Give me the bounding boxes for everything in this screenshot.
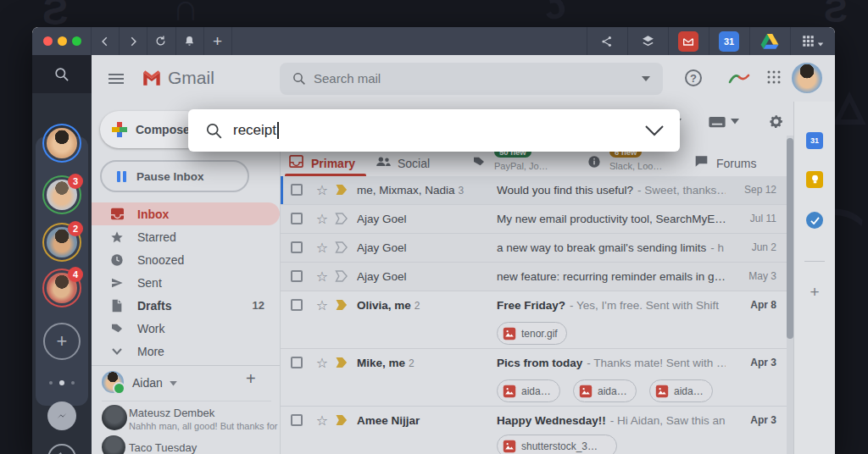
account-avatar[interactable]: 4 bbox=[42, 269, 81, 307]
hangouts-user-name[interactable]: Aidan bbox=[132, 376, 163, 390]
contact-name[interactable]: Taco Tuesday bbox=[129, 441, 197, 454]
search-icon bbox=[53, 66, 70, 83]
input-tools-keyboard-icon[interactable] bbox=[708, 116, 726, 128]
account-avatar[interactable]: 2 bbox=[42, 223, 81, 262]
row-checkbox[interactable] bbox=[291, 184, 303, 196]
drive-app-tab[interactable] bbox=[749, 27, 790, 55]
search-options-chevron-icon[interactable] bbox=[641, 75, 651, 82]
attachment-chip[interactable]: shutterstock_3… bbox=[497, 435, 617, 454]
layers-button[interactable] bbox=[627, 27, 668, 55]
list-scrollbar-thumb[interactable] bbox=[787, 138, 793, 339]
new-conversation-button[interactable]: + bbox=[246, 369, 256, 389]
side-panel-keep-button[interactable] bbox=[806, 171, 823, 188]
whatsapp-app-button[interactable] bbox=[47, 444, 76, 454]
account-avatar[interactable]: 3 bbox=[42, 175, 81, 214]
importance-marker-icon[interactable] bbox=[335, 184, 349, 196]
settings-gear-icon[interactable] bbox=[768, 114, 784, 130]
chevron-down-icon[interactable] bbox=[170, 381, 177, 386]
star-icon[interactable]: ☆ bbox=[313, 349, 331, 377]
profile-avatar[interactable] bbox=[792, 63, 822, 93]
google-apps-grid-icon[interactable] bbox=[766, 69, 782, 85]
importance-marker-icon[interactable] bbox=[335, 270, 349, 282]
importance-marker-icon[interactable] bbox=[335, 299, 349, 311]
page-dot bbox=[49, 381, 53, 385]
row-checkbox[interactable] bbox=[291, 270, 303, 282]
gmail-search-bar[interactable]: Search mail bbox=[280, 63, 663, 95]
row-checkbox[interactable] bbox=[291, 357, 303, 368]
forward-button[interactable] bbox=[119, 27, 147, 55]
star-icon[interactable]: ☆ bbox=[313, 407, 331, 435]
back-button[interactable] bbox=[91, 27, 119, 55]
email-row[interactable]: ☆ Ajay Goel a new way to break gmail's s… bbox=[281, 234, 787, 263]
sidebar-item-inbox[interactable]: Inbox bbox=[92, 202, 280, 225]
boomerang-extension-icon[interactable] bbox=[727, 69, 751, 86]
contact-avatar[interactable] bbox=[102, 435, 125, 454]
account-avatar-active[interactable] bbox=[42, 124, 81, 163]
email-row[interactable]: ☆ Ajay Goel new feature: recurring remin… bbox=[281, 263, 787, 291]
sidebar-item-drafts[interactable]: Drafts 12 bbox=[92, 294, 280, 317]
contact-name[interactable]: Mateusz Dembek bbox=[129, 407, 214, 419]
star-icon[interactable]: ☆ bbox=[313, 263, 331, 291]
main-menu-button[interactable] bbox=[108, 71, 124, 86]
email-sender: Amee Nijjar bbox=[357, 407, 492, 435]
row-checkbox[interactable] bbox=[291, 414, 303, 426]
attachment-chip[interactable]: aida… bbox=[573, 379, 637, 402]
side-panel-tasks-button[interactable] bbox=[806, 212, 823, 229]
email-row[interactable]: ☆ me, Mixmax, Nadia3 Would you find this… bbox=[281, 176, 787, 205]
divider bbox=[92, 365, 280, 366]
email-row[interactable]: ☆ Olivia, me2 Free Friday?- Yes, I'm fre… bbox=[281, 291, 787, 349]
new-tab-button[interactable]: + bbox=[203, 27, 231, 55]
messenger-app-button[interactable] bbox=[47, 401, 76, 430]
refresh-button[interactable] bbox=[147, 27, 175, 55]
star-icon[interactable]: ☆ bbox=[313, 205, 331, 233]
get-addons-button[interactable]: + bbox=[810, 283, 819, 302]
window-minimize-button[interactable] bbox=[58, 36, 67, 46]
importance-marker-icon[interactable] bbox=[335, 357, 349, 368]
image-attachment-icon bbox=[503, 385, 516, 398]
row-checkbox[interactable] bbox=[291, 241, 303, 253]
quick-search-overlay[interactable]: receipt bbox=[188, 109, 680, 152]
sidebar-item-more[interactable]: More bbox=[92, 340, 280, 363]
sidebar-item-sent[interactable]: Sent bbox=[92, 271, 280, 294]
email-date: Apr 3 bbox=[750, 349, 776, 377]
sidebar-item-snoozed[interactable]: Snoozed bbox=[92, 248, 280, 271]
tag-icon bbox=[472, 155, 486, 169]
apps-grid-button[interactable] bbox=[790, 27, 835, 55]
gmail-logo-icon bbox=[141, 67, 163, 89]
sidebar-item-starred[interactable]: Starred bbox=[92, 225, 280, 248]
row-checkbox[interactable] bbox=[291, 213, 303, 224]
sidebar-page-dots[interactable] bbox=[32, 380, 92, 385]
email-row[interactable]: ☆ Ajay Goel My new email productivity to… bbox=[281, 205, 787, 234]
sidebar-item-work[interactable]: Work bbox=[92, 317, 280, 340]
sidebar-search-button[interactable] bbox=[32, 55, 92, 93]
window-zoom-button[interactable] bbox=[72, 36, 81, 46]
attachment-chip[interactable]: tenor.gif bbox=[497, 322, 567, 345]
contact-avatar[interactable] bbox=[102, 405, 127, 430]
notifications-bell-button[interactable] bbox=[175, 27, 203, 55]
add-account-button[interactable]: + bbox=[43, 323, 81, 360]
browser-toolbar: + 31 bbox=[32, 27, 835, 55]
row-checkbox[interactable] bbox=[291, 299, 303, 311]
star-icon[interactable]: ☆ bbox=[313, 234, 331, 262]
importance-marker-icon[interactable] bbox=[335, 213, 349, 224]
gmail-app-tab[interactable] bbox=[668, 27, 709, 55]
star-icon[interactable]: ☆ bbox=[313, 176, 331, 204]
calendar-app-tab[interactable]: 31 bbox=[709, 27, 749, 55]
side-panel-calendar-button[interactable]: 31 bbox=[806, 132, 823, 149]
importance-marker-icon[interactable] bbox=[335, 414, 349, 426]
email-row[interactable]: ☆ Amee Nijjar Happy Wednesday!!- Hi Aida… bbox=[281, 407, 787, 454]
star-icon[interactable]: ☆ bbox=[313, 291, 331, 319]
hangouts-user-avatar[interactable] bbox=[102, 371, 124, 393]
window-close-button[interactable] bbox=[43, 36, 53, 46]
importance-marker-icon[interactable] bbox=[335, 241, 349, 253]
attachment-chip[interactable]: aida… bbox=[649, 379, 713, 402]
help-button[interactable]: ? bbox=[685, 69, 702, 86]
bg-glyph: ∩ bbox=[172, 0, 199, 29]
pause-inbox-button[interactable]: Pause Inbox bbox=[100, 160, 249, 192]
share-button[interactable] bbox=[587, 27, 627, 55]
email-row[interactable]: ☆ Mike, me2 Pics from today- Thanks mate… bbox=[281, 349, 787, 407]
attachment-chip[interactable]: aida… bbox=[497, 379, 560, 402]
search-query-text[interactable]: receipt bbox=[233, 122, 276, 139]
chevron-down-icon[interactable] bbox=[731, 119, 739, 125]
chevron-down-icon[interactable] bbox=[644, 125, 665, 136]
